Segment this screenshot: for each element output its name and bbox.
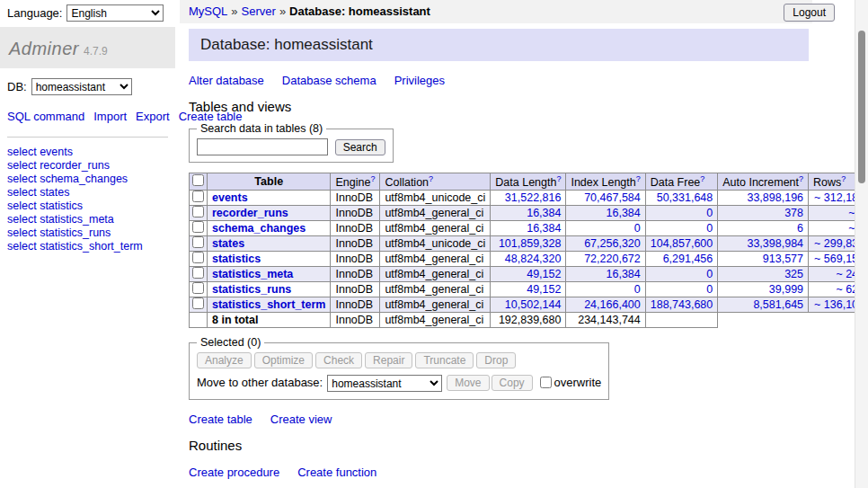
data-free-link[interactable]: 0 bbox=[706, 207, 713, 219]
index-length-link[interactable]: 70,467,584 bbox=[584, 191, 641, 204]
table-name-link[interactable]: events bbox=[212, 191, 248, 204]
engine-cell: InnoDB bbox=[331, 206, 380, 221]
row-checkbox[interactable] bbox=[192, 282, 204, 294]
index-length-link[interactable]: 0 bbox=[634, 283, 641, 296]
sidebar-table-link[interactable]: select schema_changes bbox=[7, 173, 168, 186]
database-schema-link[interactable]: Database schema bbox=[282, 74, 376, 87]
data-length-link[interactable]: 101,859,328 bbox=[499, 237, 562, 250]
data-free-link[interactable]: 6,291,456 bbox=[663, 253, 713, 265]
sidebar-table-link[interactable]: select statistics bbox=[7, 200, 168, 213]
move-label: Move to other database: bbox=[197, 376, 323, 389]
row-checkbox[interactable] bbox=[192, 267, 204, 279]
auto-increment-link[interactable]: 33,398,984 bbox=[747, 237, 803, 250]
table-name-link[interactable]: statistics_meta bbox=[212, 268, 293, 280]
table-name-link[interactable]: statistics bbox=[212, 253, 261, 265]
drop-button[interactable]: Drop bbox=[476, 352, 516, 368]
scrollbar-thumb[interactable] bbox=[858, 31, 865, 183]
index-length-link[interactable]: 67,256,320 bbox=[584, 237, 641, 250]
logout-button[interactable]: Logout bbox=[784, 4, 835, 22]
sidebar-table-link[interactable]: select statistics_short_term bbox=[7, 240, 168, 253]
data-free-link[interactable]: 188,743,680 bbox=[651, 298, 713, 311]
row-checkbox[interactable] bbox=[192, 236, 204, 248]
create-procedure-link[interactable]: Create procedure bbox=[189, 466, 279, 479]
search-input[interactable] bbox=[197, 138, 328, 155]
data-length-link[interactable]: 48,824,320 bbox=[505, 253, 562, 265]
repair-button[interactable]: Repair bbox=[365, 352, 412, 368]
auto-increment-link[interactable]: 325 bbox=[784, 268, 803, 280]
move-row: Move to other database:homeassistantMove… bbox=[197, 375, 601, 392]
copy-button[interactable]: Copy bbox=[492, 375, 533, 391]
table-name-link[interactable]: states bbox=[212, 237, 244, 250]
help-link[interactable]: ? bbox=[841, 174, 846, 183]
help-link[interactable]: ? bbox=[700, 174, 704, 183]
auto-increment-link[interactable]: 6 bbox=[797, 222, 803, 235]
import-link[interactable]: Import bbox=[93, 110, 127, 123]
alter-database-link[interactable]: Alter database bbox=[189, 74, 264, 87]
row-checkbox[interactable] bbox=[192, 297, 204, 309]
privileges-link[interactable]: Privileges bbox=[394, 74, 445, 87]
adminer-brand-link[interactable]: Adminer bbox=[9, 39, 79, 58]
language-select[interactable]: English bbox=[66, 4, 164, 22]
overwrite-checkbox[interactable] bbox=[540, 377, 552, 388]
data-free-link[interactable]: 0 bbox=[706, 222, 713, 235]
row-checkbox[interactable] bbox=[192, 252, 204, 263]
optimize-button[interactable]: Optimize bbox=[254, 352, 313, 368]
create-table-link[interactable]: Create table bbox=[189, 413, 252, 426]
auto-increment-link[interactable]: 33,898,196 bbox=[747, 191, 803, 204]
analyze-button[interactable]: Analyze bbox=[197, 352, 252, 368]
help-link[interactable]: ? bbox=[370, 174, 375, 183]
search-button[interactable]: Search bbox=[335, 139, 385, 155]
db-select[interactable]: homeassistant bbox=[31, 78, 132, 95]
data-free-link[interactable]: 50,331,648 bbox=[657, 191, 713, 204]
check-button[interactable]: Check bbox=[315, 352, 362, 368]
create-view-link[interactable]: Create view bbox=[270, 413, 332, 426]
select-all-checkbox[interactable] bbox=[192, 174, 204, 186]
sidebar-table-link[interactable]: select states bbox=[7, 186, 168, 200]
table-row: statistics_metaInnoDButf8mb4_general_ci4… bbox=[190, 267, 868, 282]
help-link[interactable]: ? bbox=[799, 174, 803, 183]
index-length-link[interactable]: 24,166,400 bbox=[584, 298, 641, 311]
data-length-link[interactable]: 49,152 bbox=[527, 268, 561, 280]
row-checkbox[interactable] bbox=[192, 191, 204, 202]
vertical-scrollbar[interactable] bbox=[855, 0, 868, 488]
table-name-link[interactable]: statistics_runs bbox=[212, 283, 291, 296]
sidebar-table-link[interactable]: select recorder_runs bbox=[7, 159, 168, 173]
sql-command-link[interactable]: SQL command bbox=[7, 110, 84, 123]
move-db-select[interactable]: homeassistant bbox=[327, 375, 442, 392]
data-free-link[interactable]: 104,857,600 bbox=[651, 237, 713, 250]
auto-increment-link[interactable]: 913,577 bbox=[763, 253, 803, 265]
help-link[interactable]: ? bbox=[556, 174, 561, 183]
data-length-link[interactable]: 16,384 bbox=[527, 222, 561, 235]
total-data-free-cell bbox=[645, 313, 718, 328]
truncate-button[interactable]: Truncate bbox=[415, 352, 474, 368]
data-length-link[interactable]: 16,384 bbox=[527, 207, 561, 219]
table-name-link[interactable]: recorder_runs bbox=[212, 207, 288, 219]
sidebar-table-link[interactable]: select statistics_runs bbox=[7, 226, 168, 240]
index-length-link[interactable]: 0 bbox=[634, 222, 641, 235]
help-link[interactable]: ? bbox=[636, 174, 641, 183]
breadcrumb-mysql-link[interactable]: MySQL bbox=[189, 4, 227, 18]
auto-increment-link[interactable]: 39,999 bbox=[769, 283, 803, 296]
export-link[interactable]: Export bbox=[136, 110, 170, 123]
index-length-link[interactable]: 16,384 bbox=[607, 268, 641, 280]
sidebar-table-link[interactable]: select events bbox=[7, 146, 168, 159]
breadcrumb-server-link[interactable]: Server bbox=[242, 4, 276, 18]
data-length-link[interactable]: 31,522,816 bbox=[505, 191, 562, 204]
index-length-link[interactable]: 72,220,672 bbox=[584, 253, 641, 265]
data-free-link[interactable]: 0 bbox=[706, 283, 713, 296]
table-name-link[interactable]: schema_changes bbox=[212, 222, 306, 235]
auto-increment-link[interactable]: 8,581,645 bbox=[753, 298, 803, 311]
help-link[interactable]: ? bbox=[429, 174, 433, 183]
sidebar-table-link[interactable]: select statistics_meta bbox=[7, 213, 168, 226]
table-name-link[interactable]: statistics_short_term bbox=[212, 298, 325, 311]
auto-increment-link[interactable]: 378 bbox=[784, 207, 803, 219]
index-length-link[interactable]: 16,384 bbox=[607, 207, 641, 219]
move-button[interactable]: Move bbox=[447, 375, 489, 391]
data-length-link[interactable]: 49,152 bbox=[527, 283, 561, 296]
row-checkbox[interactable] bbox=[192, 206, 204, 217]
create-function-link[interactable]: Create function bbox=[297, 466, 376, 479]
data-free-link[interactable]: 0 bbox=[706, 268, 713, 280]
data-length-link[interactable]: 10,502,144 bbox=[505, 298, 562, 311]
overwrite-option[interactable]: overwrite bbox=[540, 376, 602, 389]
row-checkbox[interactable] bbox=[192, 221, 204, 233]
